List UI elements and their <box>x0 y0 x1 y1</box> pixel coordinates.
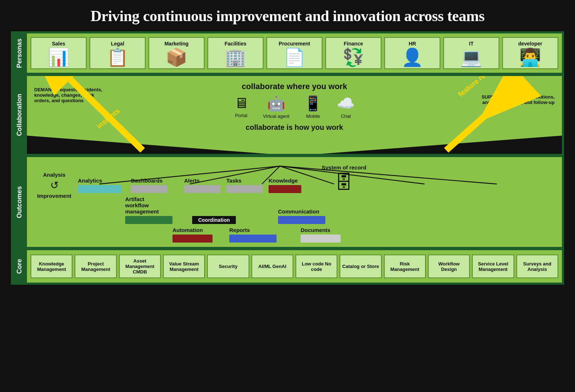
collaboration-label: Collaboration <box>12 75 26 155</box>
analytics-item: Analytics <box>78 177 125 193</box>
persona-icon: 👨‍💻 <box>519 49 541 66</box>
persona-icon: 💱 <box>342 49 364 66</box>
persona-label: Marketing <box>164 41 189 47</box>
communication-bar <box>278 216 325 224</box>
documents-label: Documents <box>301 227 330 233</box>
persona-label: developer <box>518 41 542 47</box>
collaboration-row: Collaboration DEMAND: requests, incident… <box>12 75 563 155</box>
core-row: Core Knowledge ManagementProject Managem… <box>12 249 563 284</box>
core-card-low-code-no-code: Low code No code <box>296 255 337 278</box>
persona-label: Facilities <box>225 41 246 47</box>
persona-icon: 👤 <box>401 49 423 66</box>
core-card-catalog-or-store: Catalog or Store <box>340 255 381 278</box>
analytics-bar <box>78 185 122 193</box>
core-card-value-stream-management: Value Stream Management <box>163 255 205 278</box>
persona-label: Finance <box>344 41 363 47</box>
persona-icon: 💻 <box>460 49 482 66</box>
coordination-box: Coordination <box>192 216 236 224</box>
persona-icon: 📋 <box>107 49 128 66</box>
collab-icon-label: Mobile <box>306 113 320 119</box>
dashboards-label: Dashboards <box>131 177 163 184</box>
automation-label: Automation <box>172 227 203 233</box>
persona-card-marketing: Marketing 📦 <box>148 37 205 69</box>
persona-label: Legal <box>111 41 124 47</box>
system-of-record: System of record 🗄 <box>322 164 366 193</box>
dashboards-item: Dashboards <box>131 177 178 193</box>
communication-label: Communication <box>278 208 319 215</box>
reports-item: Reports <box>229 227 277 243</box>
collab-icon-mobile: 📱 Mobile <box>304 95 322 119</box>
knowledge-label: Knowledge <box>269 177 298 184</box>
alerts-label: Alerts <box>184 177 200 184</box>
tasks-item: Tasks <box>226 177 263 193</box>
collab-icon-symbol: 📱 <box>304 95 322 112</box>
wedge-right <box>321 136 562 154</box>
cycle-arrows: ↺ <box>50 179 59 191</box>
collab-icon-virtual-agent: 🤖 Virtual agent <box>263 95 290 119</box>
core-card-asset-management-cmdb: Asset Management CMDB <box>119 255 161 278</box>
persona-label: IT <box>469 41 473 47</box>
core-content: Knowledge ManagementProject ManagementAs… <box>26 249 563 284</box>
automation-item: Automation <box>172 227 220 243</box>
collab-icons-row: 🖥 Portal 🤖 Virtual agent 📱 Mobile ☁️ Cha… <box>234 95 355 119</box>
coordination-group: Coordination <box>192 216 236 224</box>
persona-icon: 📄 <box>283 49 305 66</box>
persona-icon: 📊 <box>48 49 70 66</box>
collab-icon-symbol: ☁️ <box>337 95 355 112</box>
collab-icon-symbol: 🖥 <box>234 95 249 111</box>
persona-icon: 🏢 <box>225 49 246 66</box>
persona-label: Sales <box>52 41 66 47</box>
collab-icon-symbol: 🤖 <box>267 95 285 112</box>
knowledge-item: Knowledge <box>269 177 316 193</box>
core-card-project-management: Project Management <box>75 255 116 278</box>
page-title: Driving continuous improvement and innov… <box>91 7 485 25</box>
core-label: Core <box>12 249 26 284</box>
artifact-workflow-label: Artifactworkflowmanagement <box>125 196 159 215</box>
artifact-workflow-bar <box>125 216 172 224</box>
persona-label: Procurement <box>279 41 310 47</box>
collab-top-text: collaborate where you work <box>242 82 347 91</box>
collab-icon-label: Chat <box>341 113 351 119</box>
core-card-workflow-design: Workflow Design <box>428 255 470 278</box>
documents-item: Documents <box>301 227 344 243</box>
improvement-label: Improvement <box>37 193 71 199</box>
persona-card-procurement: Procurement 📄 <box>266 37 322 69</box>
alerts-bar <box>184 185 221 193</box>
collab-icon-portal: 🖥 Portal <box>234 95 249 119</box>
core-card-security: Security <box>207 255 249 278</box>
persona-card-it: IT 💻 <box>443 37 499 69</box>
persona-icon: 📦 <box>166 49 187 66</box>
persona-label: HR <box>409 41 416 47</box>
alerts-item: Alerts <box>184 177 221 193</box>
core-card-risk-management: Risk Management <box>384 255 426 278</box>
artifact-workflow-item: Artifactworkflowmanagement <box>125 196 183 224</box>
reports-bar <box>229 235 277 243</box>
system-record-label: System of record <box>322 164 366 171</box>
collab-icon-label: Virtual agent <box>263 113 290 119</box>
analytics-label: Analytics <box>78 177 102 184</box>
reports-label: Reports <box>229 227 250 233</box>
personas-row: Personas Sales 📊 Legal 📋 Marketing 📦 Fac… <box>12 32 563 74</box>
analysis-improvement-cycle: Analysis ↺ Improvement <box>34 172 74 199</box>
analysis-label: Analysis <box>43 172 66 178</box>
tasks-bar <box>226 185 263 193</box>
persona-card-facilities: Facilities 🏢 <box>207 37 263 69</box>
collab-icon-chat: ☁️ Chat <box>337 95 355 119</box>
core-card-service-level-management: Service Level Management <box>472 255 514 278</box>
core-card-knowledge-management: Knowledge Management <box>31 255 72 278</box>
core-card-ai-ml-genai: AI/ML GenAI <box>251 255 293 278</box>
core-card-surveys-and-analysis: Surveys and Analysis <box>516 255 558 278</box>
persona-card-legal: Legal 📋 <box>90 37 146 69</box>
outcomes-row: Outcomes Analysis ↺ Improvement <box>12 156 563 248</box>
dashboards-bar <box>131 185 167 193</box>
wedge-left <box>27 136 268 154</box>
collaboration-content: DEMAND: requests, incidents, knowledge, … <box>26 75 563 155</box>
diagram: Personas Sales 📊 Legal 📋 Marketing 📦 Fac… <box>11 31 564 285</box>
outcomes-content: Analysis ↺ Improvement Analytics Dashboa… <box>26 156 563 248</box>
personas-content: Sales 📊 Legal 📋 Marketing 📦 Facilities 🏢… <box>26 32 563 74</box>
persona-card-developer: developer 👨‍💻 <box>502 37 558 69</box>
collab-icon-label: Portal <box>235 113 247 118</box>
outcomes-label: Outcomes <box>12 156 26 248</box>
communication-item: Communication <box>278 208 333 224</box>
documents-bar <box>301 235 341 243</box>
